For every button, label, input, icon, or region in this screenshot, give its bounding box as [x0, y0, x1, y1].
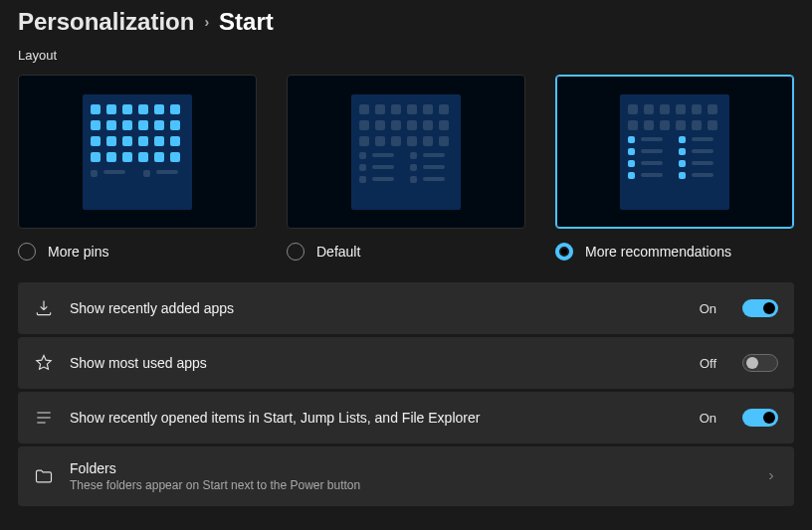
page-title: Start [219, 8, 274, 36]
toggle-state-label: On [700, 301, 716, 316]
setting-subtitle: These folders appear on Start next to th… [70, 478, 748, 492]
toggle-recently-opened[interactable] [742, 409, 778, 427]
toggle-state-label: On [700, 411, 716, 426]
download-icon [34, 298, 54, 318]
setting-title: Show most used apps [70, 355, 684, 371]
radio-icon [18, 243, 36, 261]
radio-more-recommendations[interactable]: More recommendations [555, 243, 794, 261]
section-label-layout: Layout [18, 48, 794, 63]
radio-icon [287, 243, 304, 261]
setting-folders[interactable]: Folders These folders appear on Start ne… [18, 446, 794, 506]
radio-label: Default [316, 244, 360, 260]
radio-default[interactable]: Default [287, 243, 525, 261]
layout-card-more-recommendations[interactable] [555, 75, 794, 229]
layout-options [18, 75, 794, 229]
radio-label: More pins [48, 244, 108, 260]
folder-icon [34, 466, 54, 486]
layout-radio-group: More pins Default More recommendations [18, 243, 794, 261]
radio-icon [555, 243, 573, 261]
toggle-state-label: Off [700, 356, 716, 371]
radio-more-pins[interactable]: More pins [18, 243, 257, 261]
layout-card-default[interactable] [287, 75, 525, 229]
breadcrumb: Personalization › Start [18, 8, 794, 36]
layout-preview [620, 94, 729, 210]
setting-title: Show recently opened items in Start, Jum… [70, 410, 684, 426]
setting-title: Show recently added apps [70, 300, 684, 316]
radio-label: More recommendations [585, 244, 731, 260]
settings-list: Show recently added apps On Show most us… [18, 282, 794, 506]
layout-preview [351, 94, 461, 210]
setting-recently-opened: Show recently opened items in Start, Jum… [18, 392, 794, 443]
setting-most-used: Show most used apps Off [18, 337, 794, 389]
layout-card-more-pins[interactable] [18, 75, 257, 229]
toggle-most-used[interactable] [742, 354, 778, 372]
layout-preview [83, 94, 192, 210]
star-icon [34, 353, 54, 373]
setting-recently-added: Show recently added apps On [18, 282, 794, 334]
breadcrumb-parent[interactable]: Personalization [18, 8, 194, 36]
chevron-right-icon: › [204, 14, 209, 30]
setting-title: Folders [70, 460, 748, 476]
chevron-right-icon [764, 469, 778, 483]
list-icon [34, 408, 54, 428]
toggle-recently-added[interactable] [742, 299, 778, 317]
